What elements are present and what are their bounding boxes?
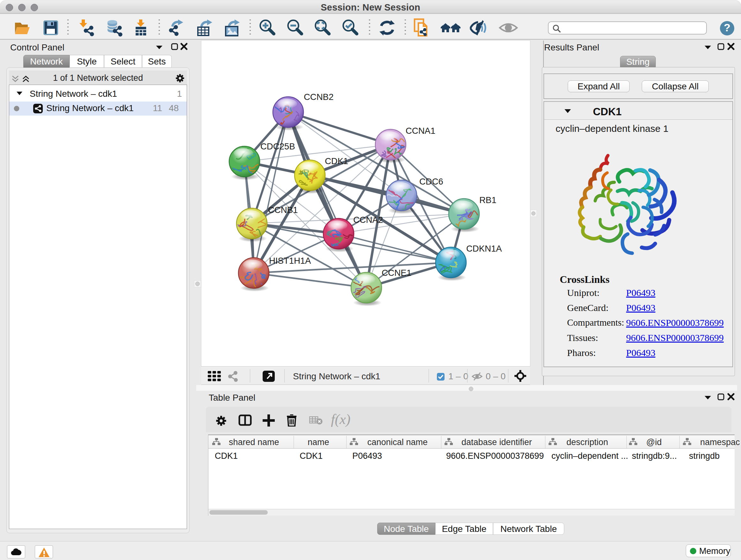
svg-text:?: ? xyxy=(724,21,731,34)
